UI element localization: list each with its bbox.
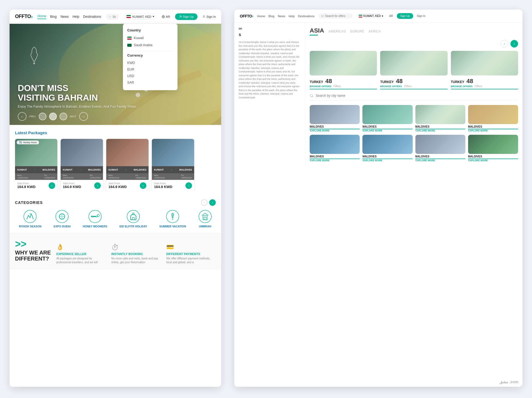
categories-prev-button[interactable]: ‹: [201, 199, 208, 206]
secondary-location-selector[interactable]: KUWAIT, KED ▾: [356, 13, 386, 19]
dest-thumb-2: [415, 105, 465, 124]
package-book-button-1[interactable]: ›: [94, 182, 101, 189]
destinations-grid: MALDIVES EXPLORE MORE MALDIVES EXPLORE M…: [310, 105, 518, 162]
svg-point-33: [310, 94, 313, 97]
browse-offers-link-2[interactable]: BROWSE OFFERS: [451, 85, 473, 88]
dest-grid-item-1: MALDIVES EXPLORE MORE: [362, 105, 412, 132]
tab-africa[interactable]: AFRICA: [368, 30, 381, 33]
nav-home[interactable]: Home: [37, 14, 46, 19]
category-eid[interactable]: EID ELFITR HOLIDAY: [119, 210, 147, 228]
package-book-button-3[interactable]: ›: [185, 182, 192, 189]
dest-explore-link-3[interactable]: EXPLORE MORE: [468, 129, 518, 132]
carousel-next-button[interactable]: ›: [510, 40, 518, 48]
category-riyadh[interactable]: RIYADH SEASON: [19, 210, 41, 228]
dest-explore-link-2[interactable]: EXPLORE MORE: [415, 129, 465, 132]
category-summer[interactable]: SUMMER VACATION: [159, 210, 186, 228]
currency-kwd[interactable]: KWD: [127, 60, 173, 66]
browse-offers-link-1[interactable]: BROWSE OFFERS: [380, 85, 402, 88]
tab-europe[interactable]: EUROPE: [350, 30, 364, 33]
categories-next-button[interactable]: ›: [209, 199, 216, 206]
hero-section: DON'T MISS VISITING BAHRAIN Enjoy The Fa…: [10, 24, 221, 125]
featured-dest-1: TURKEY 48 BROWSE OFFERS Offers: [380, 51, 447, 89]
secondary-signin-button[interactable]: Sign In: [417, 14, 425, 17]
sec-nav-home[interactable]: Home: [257, 14, 265, 18]
carousel-prev-button[interactable]: ‹: [501, 40, 508, 48]
package-book-button-0[interactable]: ›: [49, 182, 55, 189]
hero-title: DON'T MISS VISITING BAHRAIN: [18, 83, 137, 103]
dest-thumb-label-1: MALDIVES: [362, 125, 412, 129]
language-label: AR: [166, 15, 170, 18]
location-selector[interactable]: KUWAIT, KED ▾: [124, 13, 157, 20]
signup-button[interactable]: Sign Up: [175, 13, 197, 20]
dest-explore-link-4[interactable]: EXPLORE MORE: [310, 159, 360, 162]
sec-nav-blog[interactable]: Blog: [268, 14, 274, 18]
svg-point-2: [180, 15, 181, 16]
package-image-0: ✈️ Honey moon: [15, 139, 57, 166]
summer-label: SUMMER VACATION: [159, 225, 186, 228]
nav-help[interactable]: Help: [72, 15, 79, 19]
category-expo-dubai[interactable]: EXPO DUBAI: [54, 210, 70, 228]
currency-eur[interactable]: EUR: [127, 66, 173, 73]
currency-usd[interactable]: USD: [127, 73, 173, 79]
dest-explore-link-5[interactable]: EXPLORE MORE: [362, 159, 412, 162]
search-bar[interactable]: [106, 14, 119, 20]
featured-dest-info-0: TURKEY 48 BROWSE OFFERS Offers: [310, 75, 377, 89]
why-title: WHY WE ARE DIFFERENT?: [15, 250, 51, 262]
package-route-1: KUWAIT › MALDIVES: [61, 166, 103, 173]
signin-button[interactable]: Sign In: [202, 15, 216, 18]
bahrain-map-icon: [26, 46, 42, 65]
sec-nav-destinations[interactable]: Destinations: [298, 14, 315, 18]
package-price-3: Start From 164.9 KWD ›: [152, 180, 194, 191]
language-button[interactable]: AR: [162, 15, 170, 18]
dest-explore-link-7[interactable]: EXPLORE MORE: [468, 159, 518, 162]
dest-explore-link-0[interactable]: EXPLORE MORE: [310, 129, 360, 132]
featured-dest-2: TURKEY 48 BROWSE OFFERS Offers: [451, 51, 518, 89]
secondary-search-input[interactable]: [325, 14, 350, 17]
saudi-label: Saudi Arabia: [134, 43, 152, 47]
hero-dot-1[interactable]: [39, 113, 46, 120]
dest-thumb-label-5: MALDIVES: [362, 155, 412, 159]
hero-dot-3[interactable]: [60, 113, 67, 120]
dest-explore-link-1[interactable]: EXPLORE MORE: [362, 129, 412, 132]
country-saudi[interactable]: Saudi Arabia: [127, 42, 173, 49]
why-arrows-block: >> WHY WE ARE DIFFERENT?: [15, 239, 51, 262]
nav-destinations[interactable]: Destinations: [83, 15, 101, 19]
categories-title: CATEGORIES: [15, 200, 43, 205]
sec-nav-news[interactable]: News: [278, 14, 285, 18]
category-ummrah[interactable]: UMMRAH: [198, 210, 212, 228]
nav-news[interactable]: News: [60, 15, 69, 19]
why-content: >> WHY WE ARE DIFFERENT? 👌 EXPERINCE SEL…: [15, 239, 216, 264]
secondary-signup-button[interactable]: Sign Up: [397, 13, 413, 19]
tab-americas[interactable]: AMERICAS: [329, 30, 346, 33]
dest-explore-link-6[interactable]: EXPLORE MORE: [415, 159, 465, 162]
city-search-bar[interactable]: [310, 94, 518, 101]
package-card-2: KUWAIT › MALDIVES Mon,15/08/2022 Fri,15/…: [106, 139, 149, 191]
experience-seller-text: All packages are designed by professiona…: [56, 257, 106, 264]
category-honey-mooners[interactable]: HONEY MOONERS: [83, 210, 107, 228]
hero-prev-button[interactable]: ←: [18, 112, 26, 121]
route-arrow-icon-1: ›: [80, 168, 81, 172]
package-book-button-2[interactable]: ›: [140, 182, 146, 189]
hero-next-label: NEXT: [70, 115, 76, 118]
svg-point-0: [110, 16, 111, 17]
browse-offers-link-0[interactable]: BROWSE OFFERS: [310, 85, 332, 88]
hero-next-button[interactable]: →: [79, 112, 88, 121]
secondary-nav-links: Home Blog News Help Destinations: [257, 14, 315, 18]
featured-dest-info-2: TURKEY 48 BROWSE OFFERS Offers: [451, 75, 518, 89]
why-item-1: ⏱️ INSTANTLY BOOKING No more calls and v…: [111, 244, 161, 264]
secondary-language-button[interactable]: AR: [389, 14, 393, 17]
city-search-input[interactable]: [316, 94, 518, 98]
nav-blog[interactable]: Blog: [50, 15, 57, 19]
sec-dropdown-arrow-icon: ▾: [382, 14, 383, 17]
tab-asia[interactable]: ASIA: [310, 27, 324, 36]
sec-search-icon: [321, 15, 324, 17]
hero-dot-2[interactable]: [49, 113, 57, 120]
currency-sar[interactable]: SAR: [127, 79, 173, 86]
secondary-search-bar[interactable]: [318, 13, 353, 19]
sec-nav-help[interactable]: Help: [288, 14, 295, 18]
search-input[interactable]: [113, 15, 116, 18]
package-price-0: Start From 164.9 KWD ›: [15, 180, 57, 191]
destinations-column: ASIA AMERICAS EUROPE AFRICA ‹ ›: [305, 23, 522, 166]
country-kuwait[interactable]: Kuwait: [127, 34, 173, 42]
featured-dest-0: TURKEY 48 BROWSE OFFERS Offers: [310, 51, 377, 89]
